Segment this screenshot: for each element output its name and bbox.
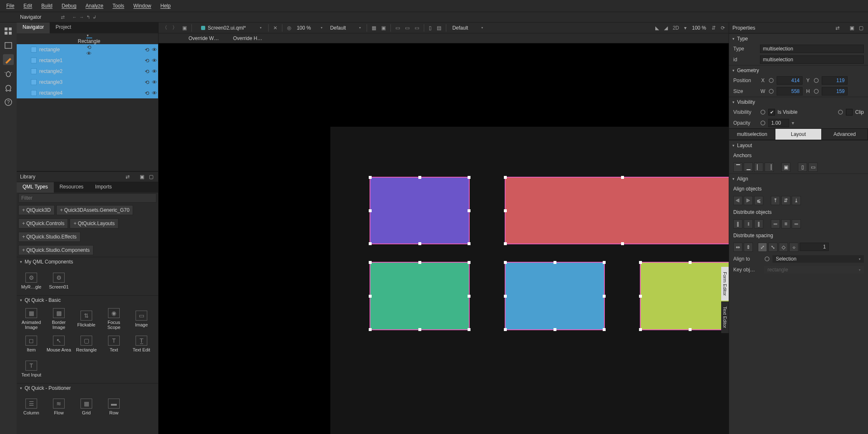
link-icon[interactable]: ⟲: [143, 79, 151, 85]
component-item[interactable]: ⚙MyR…gle: [18, 268, 45, 294]
component-item[interactable]: ⇅Flickable: [73, 306, 100, 331]
expand-icon[interactable]: ▾: [87, 33, 92, 38]
panel-menu-icon[interactable]: ⇄: [834, 24, 841, 32]
resize-handle[interactable]: [621, 176, 624, 179]
dist-right-icon[interactable]: ‖: [754, 219, 763, 228]
align-hcenter-icon[interactable]: ⫸: [744, 196, 753, 205]
tab-layout[interactable]: Layout: [775, 129, 822, 140]
section-layout[interactable]: Layout: [729, 140, 868, 150]
align-top-icon[interactable]: ⤒: [771, 196, 780, 205]
file-combo[interactable]: [253, 25, 266, 30]
edit-icon[interactable]: [3, 40, 14, 51]
design-icon[interactable]: [3, 54, 14, 65]
x-input[interactable]: [777, 76, 803, 85]
gear-icon[interactable]: [764, 256, 770, 262]
enter-icon[interactable]: ▣: [180, 24, 189, 32]
projects-icon[interactable]: [3, 83, 14, 93]
tab-advanced[interactable]: Advanced: [822, 129, 868, 140]
close-icon[interactable]: ✕: [271, 24, 279, 32]
component-item[interactable]: ≋Flow: [45, 394, 73, 419]
state-combo[interactable]: Default: [449, 24, 486, 32]
component-item[interactable]: ▩Border Image: [45, 306, 73, 331]
anchor-hcenter-icon[interactable]: ▭: [808, 163, 818, 172]
spacing-h-icon[interactable]: ⇔: [733, 243, 742, 252]
import-chip[interactable]: QtQuick.Layouts: [70, 218, 118, 228]
import-chip[interactable]: QtQuick.Studio.Effects: [18, 232, 81, 242]
resize-handle[interactable]: [603, 261, 606, 264]
tree-row[interactable]: rectangle4 ⟲ 👁: [17, 88, 158, 98]
spacing-input[interactable]: [800, 243, 829, 251]
component-item[interactable]: ☰Column: [18, 394, 45, 419]
resize-handle[interactable]: [418, 242, 421, 245]
zoom-menu-icon[interactable]: ⇵: [709, 24, 718, 32]
align-bottom-icon[interactable]: ⤓: [792, 196, 801, 205]
menu-edit[interactable]: Edit: [19, 1, 37, 10]
file-tab[interactable]: Screen02.ui.qml*: [197, 24, 250, 32]
resize-handle[interactable]: [418, 261, 421, 264]
section-align[interactable]: Align: [729, 173, 868, 183]
tab-project[interactable]: Project: [50, 23, 77, 33]
component-item[interactable]: ▦Grid: [73, 394, 100, 419]
zoom-input[interactable]: 100 %: [294, 24, 313, 32]
panel-close-icon[interactable]: ▢: [857, 24, 865, 32]
layout-icon[interactable]: ▭: [413, 24, 421, 32]
clip-checkbox[interactable]: [846, 109, 853, 115]
canvas-rectangle[interactable]: [370, 177, 470, 244]
tab-navigator[interactable]: Navigator: [17, 23, 50, 33]
component-item[interactable]: ▢Rectangle: [73, 331, 100, 356]
resize-handle[interactable]: [504, 242, 507, 245]
resize-handle[interactable]: [468, 295, 470, 298]
type-input[interactable]: [760, 45, 864, 53]
gear-icon[interactable]: [813, 78, 819, 83]
resize-handle[interactable]: [468, 176, 470, 179]
section-geometry[interactable]: Geometry: [729, 65, 868, 75]
resize-handle[interactable]: [504, 295, 507, 298]
resize-handle[interactable]: [639, 261, 642, 264]
gear-icon[interactable]: [768, 88, 774, 94]
anchor-icon[interactable]: ▯: [427, 24, 434, 32]
tree-row[interactable]: rectangle2 ⟲ 👁: [17, 66, 158, 77]
visibility-icon[interactable]: 👁: [151, 68, 158, 75]
resize-handle[interactable]: [369, 209, 372, 212]
align-vcenter-icon[interactable]: ⇵: [781, 196, 790, 205]
spacing-mode1-icon[interactable]: ⤢: [758, 243, 767, 252]
visibility-icon[interactable]: 👁: [151, 58, 158, 64]
tab-multiselection[interactable]: multiselection: [729, 129, 775, 140]
resize-handle[interactable]: [639, 295, 642, 298]
resize-handle[interactable]: [369, 295, 372, 298]
anchor-fill-icon[interactable]: ▣: [781, 163, 790, 172]
canvas[interactable]: [159, 43, 729, 434]
resize-handle[interactable]: [468, 209, 470, 212]
navigator-tree[interactable]: ▾ Rectangle ⟲ 👁 rectangle ⟲ 👁 rectangle1…: [17, 33, 158, 171]
component-item[interactable]: ◻Item: [18, 331, 45, 356]
nav-up-icon[interactable]: ↰: [85, 15, 91, 20]
id-input[interactable]: [760, 55, 864, 64]
refresh-icon[interactable]: ⟳: [719, 24, 727, 32]
menu-build[interactable]: Build: [37, 1, 57, 10]
resize-handle[interactable]: [689, 261, 692, 264]
welcome-icon[interactable]: [3, 26, 14, 37]
gear-icon[interactable]: [813, 88, 819, 94]
nav-back-icon[interactable]: 〈: [160, 23, 169, 32]
resize-handle[interactable]: [418, 328, 421, 331]
marker-icon[interactable]: ◣: [653, 24, 661, 32]
target-icon[interactable]: ◎: [285, 24, 293, 32]
menu-tools[interactable]: Tools: [108, 1, 129, 10]
gear-icon[interactable]: [760, 120, 766, 126]
menu-file[interactable]: File: [2, 1, 19, 10]
opacity-input[interactable]: [768, 119, 789, 127]
resize-handle[interactable]: [418, 176, 421, 179]
marker-icon[interactable]: ◢: [662, 24, 670, 32]
tab-resources[interactable]: Resources: [54, 182, 89, 193]
link-icon[interactable]: ⟲: [143, 47, 151, 53]
component-item[interactable]: TText Input: [18, 356, 45, 381]
tree-root[interactable]: ▾ Rectangle ⟲ 👁: [17, 33, 158, 44]
sidetab-text-editor[interactable]: Text Editor: [721, 301, 729, 333]
snap-icon[interactable]: ▦: [370, 24, 378, 32]
section-type[interactable]: Type: [729, 33, 868, 43]
library-section-basic[interactable]: Qt Quick - Basic: [17, 295, 158, 305]
component-item[interactable]: T̲Text Edit: [128, 331, 155, 356]
gear-icon[interactable]: [768, 78, 774, 83]
import-chip[interactable]: QtQuick.Studio.Components: [18, 245, 93, 255]
library-section-my[interactable]: My QML Components: [17, 257, 158, 266]
